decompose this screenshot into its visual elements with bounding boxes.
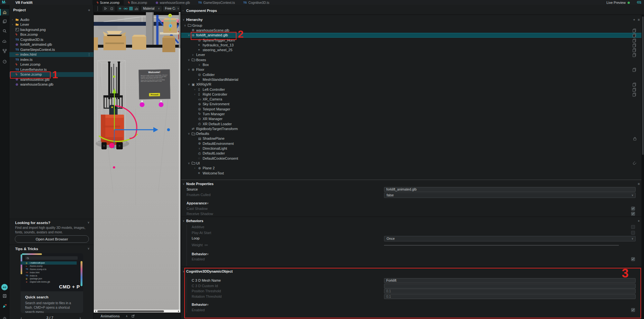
node-meshstandardmaterial[interactable]: ◐MeshStandardMaterial [181,77,644,82]
node-left-controller[interactable]: ›▯Left Controller [181,87,644,92]
receive-shadow-checkbox[interactable] [631,212,635,216]
file-row-warehousescene-glb[interactable]: ⊕warehouseScene.glb [9,82,93,87]
viewport-horizontal-scrollbar[interactable] [94,310,180,313]
node-ui[interactable]: ∨UI [181,161,644,165]
node-turn-manager[interactable]: ↻Turn Manager [181,111,644,116]
node-hydraulics-front[interactable]: ⌖hydraulics_front_13 [181,42,644,47]
stop-button[interactable] [111,7,113,10]
chevron-down-icon[interactable]: ∨ [183,183,186,185]
rail-node-graph[interactable] [0,48,9,54]
node-boxes[interactable]: ∨Boxes [181,57,644,62]
file-row-cognitive3d-ts[interactable]: TSCognitive3D.ts [9,37,93,42]
node-lever[interactable]: ♀Lever [181,52,644,57]
source-input[interactable] [384,187,636,192]
drag-handle[interactable] [97,6,98,11]
file-row-box-zcomp[interactable]: ϟBox.zcomp [9,32,93,37]
node-welcometext[interactable]: ≡WelcomeText [181,171,644,175]
tab-gamestepscontext-ts[interactable]: TSGameStepsContext.ts [194,0,239,5]
user-avatar[interactable]: AS [1,284,8,290]
prefab-badge-icon[interactable] [633,33,636,37]
rail-settings[interactable] [0,315,9,319]
lock-icon[interactable] [633,137,636,140]
node-directionallight[interactable]: ♀DirectionalLight [181,146,644,151]
open-asset-browser-button[interactable]: Open Asset Browser [15,235,89,243]
paperclip-icon[interactable] [633,162,636,165]
node-rigidbodytargettransform[interactable]: ⇄RigidbodyTargetTransform [181,126,644,131]
node-group[interactable]: ∨Group [181,23,644,28]
prefab-badge-icon[interactable] [633,93,636,96]
node-sky-environment[interactable]: ⊚Sky Environment [181,102,644,107]
play-at-start-checkbox[interactable] [631,231,635,235]
play-button[interactable] [104,7,107,10]
next-tip-button[interactable]: › [80,316,81,319]
prefab-badge-icon[interactable] [633,68,636,71]
node-spheretrigger-horn[interactable]: ◎SphereTrigger_Horn [181,38,644,42]
file-row-lever-zcomp[interactable]: ϟLever.zcomp [9,62,93,67]
prefab-badge-icon[interactable] [633,83,636,86]
chevron-down-icon[interactable]: ∨ [87,247,90,250]
prefab-badge-icon[interactable] [633,39,636,42]
open-external-icon[interactable] [132,314,135,318]
file-row-forklift-glb[interactable]: ⊕forklift_animated.glb [9,42,93,47]
node-box[interactable]: ♀Box [181,62,644,67]
node-warehousescene[interactable]: ⊕warehouseScene.glb [181,28,644,33]
add-file-button[interactable]: + [88,8,90,13]
file-row-index-ts[interactable]: TSindex.ts [9,57,93,62]
grid-icon[interactable] [129,7,133,10]
material-dropdown[interactable]: Material∨ [141,6,162,11]
chevron-down-icon[interactable]: ∨ [183,18,186,21]
node-steering-wheel[interactable]: ⌖steering_wheel_25 [181,47,644,52]
prefab-badge-icon[interactable] [633,43,636,47]
node-defaults[interactable]: ∨Defaults [181,131,644,136]
file-row-audio[interactable]: ›Audio [9,17,93,22]
node-defaultenvironment[interactable]: ⊚DefaultEnvironment [181,141,644,146]
node-forklift-animated[interactable]: ∨⊕forklift_animated.glb [181,33,644,38]
camera-dropdown[interactable]: Free Camera∨ [163,6,180,11]
rail-save[interactable] [0,293,9,299]
add-node-button[interactable]: + [633,18,635,22]
prefab-badge-icon[interactable] [633,48,636,52]
rail-search[interactable] [0,28,9,34]
file-row-lever[interactable]: ›Lever [9,22,93,27]
tab-box-zcomp[interactable]: ϟBox.zcomp [124,0,151,5]
appearance-subheader[interactable]: Appearance∨ [181,201,644,206]
node-collider[interactable]: ◎Collider [181,72,644,77]
additive-checkbox[interactable] [631,225,635,229]
viewport-vertical-scrollbar[interactable] [179,12,180,310]
mattercraft-logo[interactable]: M› [2,0,6,5]
cast-shadow-checkbox[interactable] [631,207,635,211]
hierarchy-menu-icon[interactable]: ≡ [638,18,640,22]
prev-tip-button[interactable]: ‹ [21,316,22,319]
file-row-gamesteps-ts[interactable]: TSGameStepsContext.ts [9,47,93,52]
proceed-button[interactable]: Proceed [149,93,160,97]
rail-home[interactable] [0,9,9,15]
frustum-dropdown[interactable]: false∨ [384,192,636,198]
collapse-icon[interactable]: ∧ [126,314,128,318]
link-icon[interactable] [205,243,208,247]
tips-card[interactable]: {}/.mattercraft.json ϟ/Scene.zcomp TS/Sc… [21,253,83,313]
tab-cognitive3d-ts[interactable]: TSCognitive3D.ts [239,0,274,5]
prefab-badge-icon[interactable] [633,53,636,56]
chevron-down-icon[interactable]: ∨ [183,220,186,222]
rail-cloud-sync[interactable] [0,38,9,45]
enabled-checkbox[interactable] [631,257,635,261]
loop-dropdown[interactable]: Once∨ [384,236,636,241]
panel-scrollbar[interactable] [641,14,644,319]
file-row-index-html[interactable]: <>index.html⋮ [9,52,93,57]
behavior-subheader[interactable]: Behavior∨ [181,251,644,257]
scene-viewport[interactable]: Y X Z [94,12,180,310]
vr-headset-icon[interactable] [637,0,641,5]
chevron-right-icon[interactable]: › [183,9,186,12]
add-behavior-button[interactable]: + [638,219,640,223]
stats-icon[interactable] [135,7,138,10]
node-xr-camera[interactable]: ▭XR_Camera [181,97,644,101]
node-plane-2[interactable]: ›⊕Plane 2 [181,166,644,171]
node-teleport-manager[interactable]: ◎Teleport Manager [181,107,644,111]
rail-whats-new[interactable] [0,303,9,309]
node-xr-default-loader[interactable]: ◴XR Default Loader [181,121,644,126]
weight-slider-track[interactable] [384,245,619,246]
prefab-badge-icon[interactable] [633,29,636,32]
kebab-menu-icon[interactable]: ⋮ [87,52,91,57]
prefab-badge-icon[interactable] [633,88,636,91]
link-icon[interactable] [124,7,128,10]
